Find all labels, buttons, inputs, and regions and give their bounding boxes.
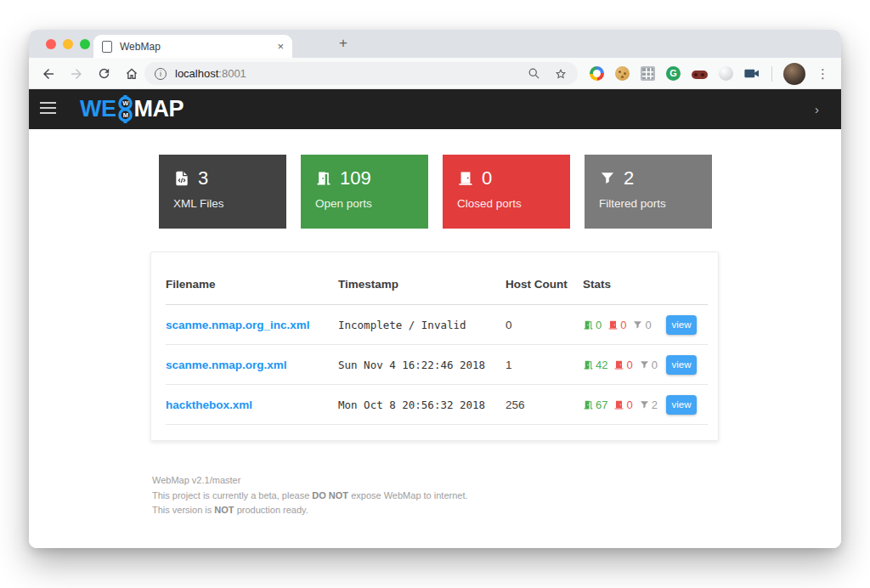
camera-extension-icon[interactable]	[744, 67, 760, 80]
table-row: hackthebox.xml Mon Oct 8 20:56:32 2018 2…	[166, 385, 708, 425]
webmap-logo: WE W M MAP	[80, 89, 184, 129]
open-door-icon	[583, 359, 594, 370]
cookie-extension-icon[interactable]	[615, 66, 630, 81]
tab-close-icon[interactable]: ×	[277, 40, 284, 53]
view-button[interactable]: view	[666, 395, 697, 415]
reload-icon[interactable]	[97, 66, 111, 81]
table-row: scanme.nmap.org_inc.xml Incomplete / Inv…	[166, 305, 708, 345]
zoom-window-button[interactable]	[80, 39, 90, 49]
page-favicon-icon	[102, 41, 112, 53]
header-timestamp: Timestamp	[338, 278, 506, 291]
colorwheel-extension-icon[interactable]	[590, 66, 604, 81]
xml-files-card: 3 XML Files	[159, 155, 286, 229]
open-ports-card: 109 Open ports	[301, 155, 428, 229]
header-stats: Stats	[583, 278, 666, 291]
host-count-cell: 256	[506, 399, 583, 411]
stats-cell: 42 0 0	[583, 359, 666, 371]
filtered-ports-count: 2	[624, 167, 634, 189]
timestamp-cell: Incomplete / Invalid	[338, 319, 506, 331]
open-door-icon	[583, 319, 594, 331]
closed-count: 0	[620, 319, 626, 331]
filtered-ports-label: Filtered ports	[599, 197, 699, 210]
hamburger-menu-icon[interactable]	[40, 102, 56, 117]
open-door-icon	[315, 170, 332, 187]
back-icon[interactable]	[41, 66, 56, 82]
header-host-count: Host Count	[506, 278, 583, 291]
footer-ready-warning: This version is NOT production ready.	[152, 503, 841, 518]
open-count: 67	[596, 399, 607, 411]
stat-cards: 3 XML Files 109 Open ports	[29, 129, 841, 229]
footer-version: WebMap v2.1/master	[152, 473, 841, 489]
profile-avatar[interactable]	[783, 63, 805, 85]
closed-ports-card: 0 Closed ports	[443, 155, 570, 229]
footer-note: WebMap v2.1/master This project is curre…	[152, 473, 841, 518]
minimize-window-button[interactable]	[63, 39, 73, 49]
filtered-count: 0	[645, 319, 651, 331]
filter-icon	[632, 319, 643, 331]
filter-icon	[639, 399, 650, 410]
browser-menu-icon[interactable]: ⋮	[816, 67, 829, 80]
table-header-row: Filename Timestamp Host Count Stats	[166, 252, 708, 305]
filename-link[interactable]: hackthebox.xml	[166, 399, 252, 411]
host-count-cell: 0	[506, 319, 583, 331]
closed-count: 0	[626, 359, 632, 371]
timestamp-cell: Sun Nov 4 16:22:46 2018	[338, 359, 506, 371]
open-count: 0	[596, 319, 602, 331]
scans-table-card: Filename Timestamp Host Count Stats scan…	[150, 252, 719, 441]
toolbar-divider	[771, 66, 772, 82]
footer-beta-warning: This project is currently a beta, please…	[152, 489, 841, 504]
filtered-count: 0	[652, 359, 658, 371]
open-door-icon	[583, 399, 594, 410]
traffic-lights	[46, 39, 90, 49]
forward-icon[interactable]	[69, 66, 84, 82]
sphere-extension-icon[interactable]	[719, 66, 733, 81]
closed-ports-count: 0	[482, 167, 492, 189]
filter-icon	[639, 359, 650, 370]
navbar-chevron-icon[interactable]: ›	[815, 89, 819, 129]
view-button[interactable]: view	[666, 355, 697, 375]
closed-door-icon	[613, 359, 624, 370]
logo-we-text: WE	[80, 96, 116, 122]
browser-tab[interactable]: WebMap ×	[93, 35, 292, 58]
grid-extension-icon[interactable]	[641, 66, 655, 81]
page-content: 3 XML Files 109 Open ports	[29, 129, 841, 548]
open-count: 42	[596, 359, 607, 371]
tab-title: WebMap	[120, 41, 277, 53]
host-count-cell: 1	[506, 359, 583, 371]
tab-strip: WebMap × +	[29, 30, 841, 58]
grammarly-extension-icon[interactable]: G	[666, 66, 681, 81]
site-info-icon[interactable]: i	[155, 68, 167, 80]
bookmark-star-icon[interactable]	[554, 67, 568, 81]
stats-cell: 67 0 2	[583, 399, 666, 411]
zoom-page-icon[interactable]	[528, 67, 540, 80]
home-icon[interactable]	[124, 66, 139, 82]
logo-map-text: MAP	[134, 96, 184, 122]
closed-door-icon	[607, 319, 619, 331]
mask-extension-icon[interactable]	[692, 71, 708, 79]
browser-toolbar: i localhost:8001 G ⋮	[29, 58, 841, 89]
filename-link[interactable]: scanme.nmap.org.xml	[166, 359, 287, 371]
new-tab-button[interactable]: +	[333, 33, 353, 54]
view-button[interactable]: view	[666, 315, 697, 335]
url-text: localhost:8001	[175, 67, 246, 80]
app-navbar: WE W M MAP ›	[29, 89, 841, 129]
browser-window: WebMap × + i localhost:8001 G	[29, 30, 841, 548]
svg-text:M: M	[122, 111, 127, 119]
stats-cell: 0 0 0	[583, 319, 666, 331]
closed-door-icon	[457, 170, 474, 187]
closed-ports-label: Closed ports	[457, 197, 557, 210]
xml-files-count: 3	[198, 167, 208, 189]
close-window-button[interactable]	[46, 39, 56, 49]
logo-badge-icon: W M	[117, 95, 133, 123]
closed-door-icon	[613, 399, 624, 410]
timestamp-cell: Mon Oct 8 20:56:32 2018	[338, 399, 506, 411]
open-ports-label: Open ports	[315, 197, 415, 210]
filtered-count: 2	[652, 399, 658, 411]
header-filename: Filename	[166, 278, 338, 291]
address-bar[interactable]: i localhost:8001	[144, 62, 578, 85]
xml-files-label: XML Files	[173, 197, 274, 210]
filtered-ports-card: 2 Filtered ports	[585, 155, 712, 229]
closed-count: 0	[626, 399, 632, 411]
filename-link[interactable]: scanme.nmap.org_inc.xml	[166, 319, 310, 331]
table-row: scanme.nmap.org.xml Sun Nov 4 16:22:46 2…	[166, 345, 708, 385]
